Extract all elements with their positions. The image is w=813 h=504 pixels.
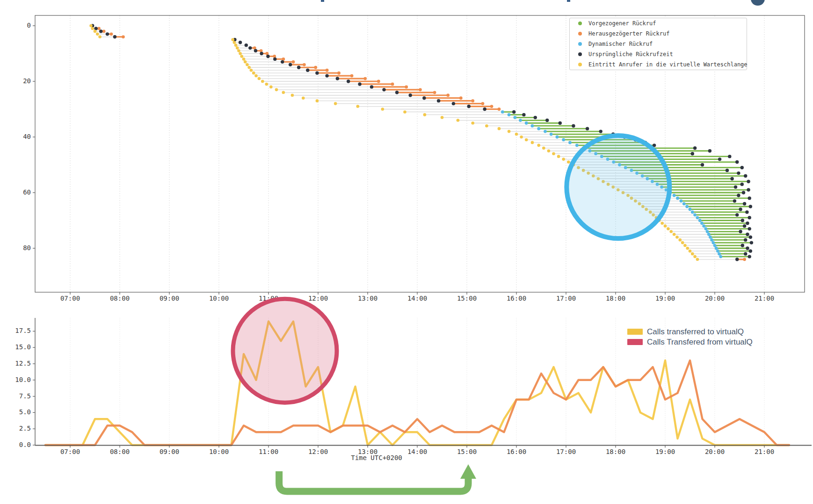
legend-item-label: Ursprüngliche Rückrufzeit	[588, 51, 673, 58]
legend-item-label: Calls transferred to virtualQ	[647, 327, 744, 337]
legend-item-label: Herausgezögerter Rückruf	[588, 30, 669, 37]
legend-item-label: Dynamischer Rückruf	[588, 41, 653, 47]
legend-item-label: Calls Transfered from virtualQ	[647, 338, 753, 347]
cropped-title-fragment	[321, 0, 324, 2]
legend-swatch-icon	[627, 329, 643, 335]
legend-item: Eintritt Anrufer in die virtuelle Wartes…	[575, 59, 747, 70]
top-chart-legend: Vorgezogener RückrufHerausgezögerter Rüc…	[569, 18, 747, 70]
legend-item: Ursprüngliche Rückrufzeit	[575, 49, 747, 59]
legend-item-label: Eintritt Anrufer in die virtuelle Wartes…	[588, 61, 748, 68]
green-bracket-arrow	[279, 464, 476, 491]
bottom-chart-legend: Calls transferred to virtualQCalls Trans…	[627, 327, 753, 347]
legend-swatch-icon	[627, 339, 643, 345]
legend-dot-icon	[578, 63, 582, 66]
callback-dashboard: 07:0008:0009:0010:0011:0012:0013:0014:00…	[0, 0, 813, 504]
cropped-title-fragment	[567, 0, 570, 2]
legend-dot-icon	[578, 52, 582, 56]
blue-circle-annotation	[566, 136, 669, 238]
legend-item: Calls transferred to virtualQ	[627, 327, 753, 337]
legend-dot-icon	[578, 42, 582, 46]
legend-item: Herausgezögerter Rückruf	[575, 29, 747, 39]
legend-item: Vorgezogener Rückruf	[575, 18, 747, 29]
legend-item-label: Vorgezogener Rückruf	[588, 20, 656, 27]
legend-item: Calls Transfered from virtualQ	[627, 337, 753, 347]
pink-circle-annotation	[233, 299, 337, 403]
legend-item: Dynamischer Rückruf	[575, 39, 747, 49]
legend-dot-icon	[578, 32, 582, 36]
chart-svg	[0, 0, 813, 504]
legend-dot-icon	[578, 22, 582, 25]
